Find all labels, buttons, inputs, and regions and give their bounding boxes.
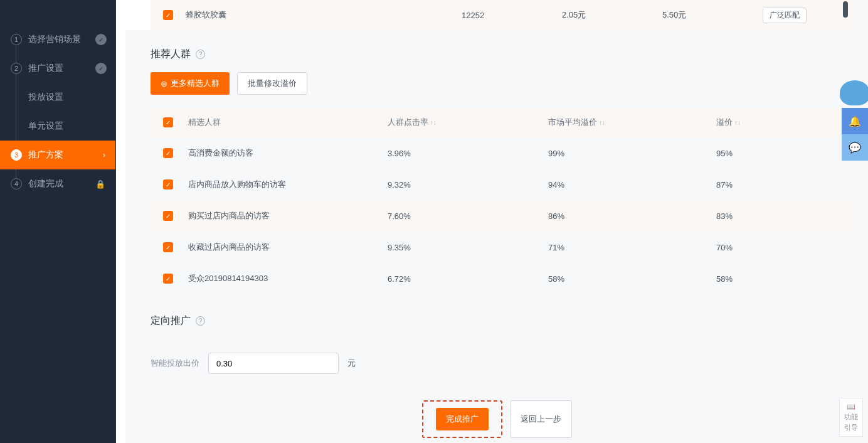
checkbox[interactable]: ✓ [163, 242, 173, 252]
targeting-section: 定向推广 ? [125, 302, 868, 346]
step-2[interactable]: 2 推广设置 ✓ [0, 54, 115, 83]
sort-icon: ↑↓ [599, 119, 605, 126]
checkbox[interactable]: ✓ [163, 274, 173, 284]
table-row: ✓ 高消费金额的访客 3.96% 99% 95% [151, 137, 853, 169]
main-content: ✓ 蜂胶软胶囊 12252 2.05元 5.50元 广泛匹配 推荐人群 ? ⊕更… [125, 0, 868, 443]
checkbox[interactable]: ✓ [163, 211, 173, 221]
bid-input[interactable] [208, 353, 339, 374]
step-label: 推广方案 [28, 149, 63, 161]
check-icon: ✓ [95, 34, 107, 45]
table-row: ✓ 店内商品放入购物车的访客 9.32% 94% 87% [151, 169, 853, 200]
footer-actions: 完成推广 返回上一步 [125, 393, 868, 443]
recommended-audience-section: 推荐人群 ? ⊕更多精选人群 批量修改溢价 ✓ 精选人群 人群点击率↑↓ 市场平… [125, 30, 868, 302]
step-label: 推广设置 [28, 63, 63, 74]
checkbox-all[interactable]: ✓ [163, 117, 173, 127]
batch-edit-button[interactable]: 批量修改溢价 [237, 72, 307, 95]
check-icon: ✓ [95, 63, 107, 74]
chat-button[interactable]: 💬 [842, 134, 868, 161]
help-icon[interactable]: ? [196, 316, 205, 326]
bell-icon: 🔔 [849, 115, 861, 127]
product-name: 蜂胶软胶囊 [186, 9, 462, 21]
chat-icon: 💬 [849, 142, 861, 154]
complete-button[interactable]: 完成推广 [436, 408, 489, 430]
chevron-right-icon: › [103, 151, 105, 159]
table-row: ✓ 购买过店内商品的访客 7.60% 86% 83% [151, 200, 853, 232]
table-header: ✓ 精选人群 人群点击率↑↓ 市场平均溢价↑↓ 溢价↑↓ [151, 107, 853, 137]
sort-icon: ↑↓ [430, 119, 437, 126]
col-header[interactable]: 溢价↑↓ [716, 117, 817, 128]
table-row: ✓ 收藏过店内商品的访客 9.35% 71% 70% [151, 232, 853, 263]
step-label: 选择营销场景 [28, 34, 81, 45]
step-label: 创建完成 [28, 178, 63, 189]
bid-label: 智能投放出价 [151, 358, 199, 369]
mascot-icon[interactable] [840, 80, 868, 105]
more-audience-button[interactable]: ⊕更多精选人群 [151, 72, 230, 95]
bid-unit: 元 [347, 358, 356, 369]
lock-icon: 🔒 [95, 179, 105, 189]
book-icon: 📖 [847, 403, 855, 411]
checkbox[interactable]: ✓ [163, 10, 173, 20]
match-type-select[interactable]: 广泛匹配 [763, 8, 807, 23]
substep-delivery[interactable]: 投放设置 [0, 83, 115, 112]
step-1[interactable]: 1 选择营销场景 ✓ [0, 25, 115, 54]
floating-widget: 🔔 💬 [842, 80, 868, 161]
bid-field: 智能投放出价 元 [125, 346, 868, 393]
col-header[interactable]: 市场平均溢价↑↓ [548, 117, 716, 128]
scrollbar[interactable] [843, 1, 848, 18]
col-header: 精选人群 [188, 117, 388, 128]
checkbox[interactable]: ✓ [163, 148, 173, 158]
product-col2: 12252 [462, 11, 562, 20]
step-4: 4 创建完成 🔒 [0, 169, 115, 198]
step-3[interactable]: 3 推广方案 › [0, 141, 115, 169]
section-title: 推荐人群 ? [151, 48, 868, 61]
col-header[interactable]: 人群点击率↑↓ [388, 117, 548, 128]
plus-icon: ⊕ [161, 79, 167, 88]
section-title: 定向推广 ? [151, 314, 868, 328]
sort-icon: ↑↓ [734, 119, 741, 126]
help-icon[interactable]: ? [196, 50, 205, 59]
product-col3: 2.05元 [562, 9, 662, 21]
table-row: ✓ 受众20190814194303 6.72% 58% 58% [151, 263, 853, 294]
product-row: ✓ 蜂胶软胶囊 12252 2.05元 5.50元 广泛匹配 [151, 0, 853, 30]
highlight-box: 完成推广 [422, 400, 502, 438]
guide-button[interactable]: 📖 功能 引导 [839, 398, 863, 437]
checkbox[interactable]: ✓ [163, 179, 173, 189]
back-button[interactable]: 返回上一步 [510, 400, 572, 438]
substep-unit[interactable]: 单元设置 [0, 112, 115, 141]
sidebar: 1 选择营销场景 ✓ 2 推广设置 ✓ 投放设置 单元设置 3 推广方案 › 4… [0, 0, 116, 443]
audience-table: ✓ 精选人群 人群点击率↑↓ 市场平均溢价↑↓ 溢价↑↓ ✓ 高消费金额的访客 … [151, 107, 853, 294]
notification-button[interactable]: 🔔 [842, 108, 868, 134]
product-col4: 5.50元 [662, 9, 763, 21]
